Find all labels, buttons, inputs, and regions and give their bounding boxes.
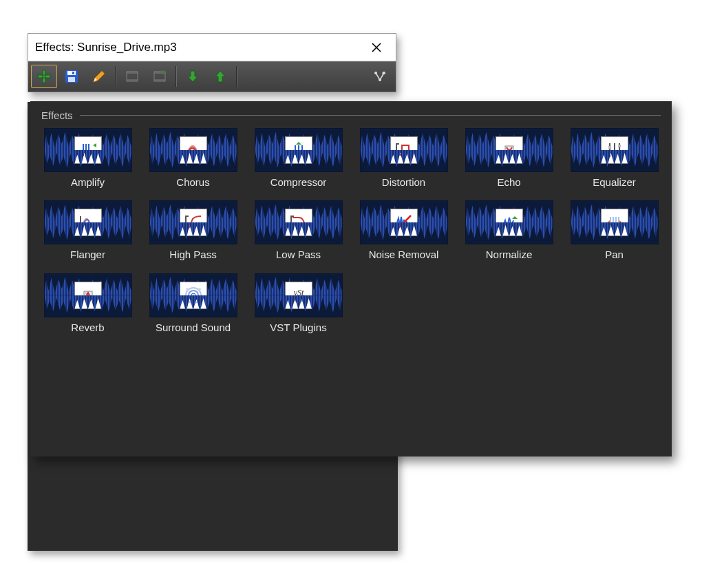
svg-line-30 xyxy=(397,216,411,229)
svg-rect-1 xyxy=(38,75,50,78)
svg-rect-15 xyxy=(154,79,165,81)
effect-thumbnail xyxy=(44,273,132,317)
svg-marker-16 xyxy=(188,71,198,82)
chain-add-button[interactable] xyxy=(147,65,173,88)
effect-chorus[interactable]: Chorus xyxy=(147,128,240,188)
filmstrip-plus-icon xyxy=(152,69,167,84)
effect-label: Compressor xyxy=(270,176,327,188)
highpass-icon xyxy=(180,209,207,236)
svg-rect-5 xyxy=(67,71,76,75)
effect-label: VST Plugins xyxy=(270,322,326,333)
effect-thumbnail xyxy=(465,128,553,172)
effect-label: Echo xyxy=(497,176,520,188)
effect-flanger[interactable]: Flanger xyxy=(41,200,134,260)
svg-rect-12 xyxy=(127,79,138,81)
routing-button[interactable] xyxy=(367,65,393,88)
effects-panel: Effects AmplifyChorusCompressorDistortio… xyxy=(30,101,672,456)
effect-label: Pan xyxy=(605,249,624,260)
compressor-icon xyxy=(285,136,312,164)
window-title: Effects: Sunrise_Drive.mp3 xyxy=(35,41,177,54)
surround-icon xyxy=(180,282,207,309)
effect-reverb[interactable]: Reverb xyxy=(41,273,134,333)
effect-thumbnail xyxy=(360,200,448,244)
effect-pan[interactable]: Pan xyxy=(568,200,661,260)
effect-thumbnail xyxy=(44,128,132,172)
titlebar: Effects: Sunrise_Drive.mp3 xyxy=(28,34,396,61)
plus-icon xyxy=(36,69,52,84)
svg-rect-43 xyxy=(293,298,296,300)
effect-equalizer[interactable]: Equalizer xyxy=(568,128,661,188)
svg-point-40 xyxy=(186,300,189,303)
effect-label: Low Pass xyxy=(276,249,321,260)
floppy-icon xyxy=(64,69,79,84)
effect-lowpass[interactable]: Low Pass xyxy=(252,200,345,260)
effect-label: Distortion xyxy=(382,176,425,188)
toolbar-separator xyxy=(236,66,237,87)
svg-rect-11 xyxy=(127,72,138,74)
distortion-icon xyxy=(390,136,418,164)
effect-compressor[interactable]: Compressor xyxy=(252,128,345,188)
svg-rect-29 xyxy=(618,145,621,147)
effects-group-header: Effects xyxy=(41,109,661,121)
pan-icon xyxy=(601,209,628,236)
effect-thumbnail: vSt xyxy=(255,273,343,317)
effect-thumbnail xyxy=(360,128,448,172)
vst-icon: vSt xyxy=(285,282,312,309)
toolbar xyxy=(28,61,396,92)
svg-marker-24 xyxy=(296,142,301,145)
effect-label: Normalize xyxy=(486,249,533,260)
svg-point-35 xyxy=(191,293,195,297)
effect-label: Chorus xyxy=(176,176,209,188)
reverb-icon xyxy=(74,282,102,309)
effect-thumbnail xyxy=(149,273,237,317)
effect-label: Surround Sound xyxy=(156,322,231,333)
effect-thumbnail xyxy=(44,200,132,244)
close-icon xyxy=(372,43,381,52)
pencil-icon xyxy=(92,69,107,84)
lowpass-icon xyxy=(285,209,312,236)
effect-label: Reverb xyxy=(71,322,104,333)
move-up-button[interactable] xyxy=(207,65,233,88)
routing-icon xyxy=(372,69,387,84)
svg-point-38 xyxy=(186,288,189,291)
effect-thumbnail xyxy=(149,128,237,172)
effect-surround[interactable]: Surround Sound xyxy=(147,273,240,333)
effect-thumbnail xyxy=(571,200,659,244)
svg-marker-31 xyxy=(512,216,518,219)
svg-marker-32 xyxy=(607,220,610,224)
effect-echo[interactable]: Echo xyxy=(462,128,555,188)
svg-marker-22 xyxy=(93,143,96,147)
toolbar-separator xyxy=(115,66,116,87)
svg-point-39 xyxy=(198,288,201,291)
chain-insert-button[interactable] xyxy=(119,65,145,88)
move-down-button[interactable] xyxy=(180,65,206,88)
svg-point-41 xyxy=(198,300,201,303)
svg-rect-44 xyxy=(298,298,301,300)
noiseremoval-icon xyxy=(390,209,418,236)
effect-thumbnail xyxy=(571,128,659,172)
arrow-down-icon xyxy=(185,69,200,84)
effect-amplify[interactable]: Amplify xyxy=(41,128,134,188)
svg-rect-6 xyxy=(68,77,75,82)
effect-distortion[interactable]: Distortion xyxy=(357,128,450,188)
effect-label: Flanger xyxy=(70,249,105,260)
effect-highpass[interactable]: High Pass xyxy=(147,200,240,260)
edit-effect-button[interactable] xyxy=(86,65,112,88)
effect-label: Amplify xyxy=(71,176,105,188)
save-preset-button[interactable] xyxy=(58,65,85,88)
effect-thumbnail xyxy=(255,128,343,172)
divider xyxy=(80,115,661,116)
normalize-icon xyxy=(496,209,523,236)
effect-noiseremoval[interactable]: Noise Removal xyxy=(357,200,450,260)
close-button[interactable] xyxy=(361,37,392,58)
effect-vst[interactable]: vStVST Plugins xyxy=(252,273,345,333)
effects-window: Effects: Sunrise_Drive.mp3 xyxy=(28,33,396,92)
svg-rect-27 xyxy=(608,146,611,149)
effect-normalize[interactable]: Normalize xyxy=(462,200,555,260)
svg-marker-17 xyxy=(215,71,225,82)
svg-marker-33 xyxy=(619,220,622,224)
svg-rect-7 xyxy=(72,72,74,74)
toolbar-separator xyxy=(176,66,177,87)
add-effect-button[interactable] xyxy=(31,65,57,88)
arrow-up-icon xyxy=(213,69,228,84)
